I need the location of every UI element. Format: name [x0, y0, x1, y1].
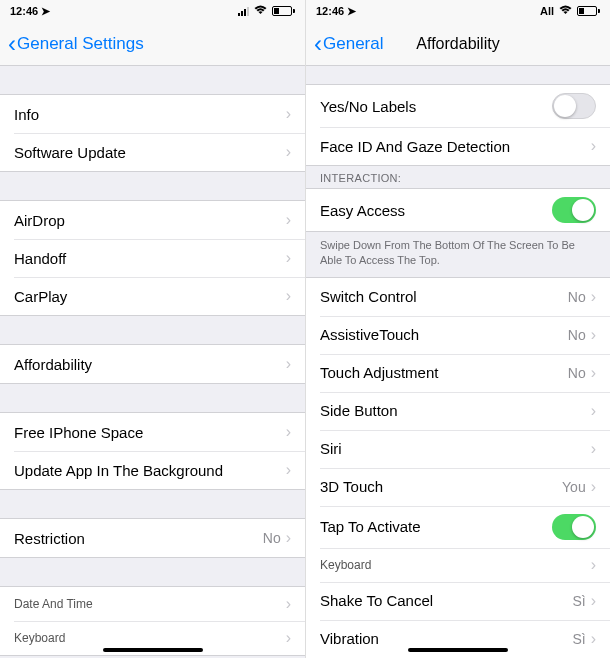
- chevron-right-icon: ›: [591, 630, 596, 648]
- chevron-right-icon: ›: [286, 287, 291, 305]
- easy-access-note: Swipe Down From The Bottom Of The Screen…: [306, 232, 610, 277]
- chevron-right-icon: ›: [591, 440, 596, 458]
- row-face-id[interactable]: Face ID And Gaze Detection ›: [306, 127, 610, 165]
- chevron-right-icon: ›: [286, 211, 291, 229]
- chevron-right-icon: ›: [286, 629, 291, 647]
- content-scroll[interactable]: Yes/No Labels Face ID And Gaze Detection…: [306, 66, 610, 658]
- row-value: No: [263, 530, 281, 546]
- row-value: You: [562, 479, 586, 495]
- toggle-tap-activate[interactable]: [552, 514, 596, 540]
- row-shake-to-cancel[interactable]: Shake To Cancel Sì›: [306, 582, 610, 620]
- row-airdrop[interactable]: AirDrop ›: [0, 201, 305, 239]
- nav-bar: ‹ General Settings: [0, 22, 305, 66]
- battery-icon: [272, 6, 295, 16]
- wifi-icon: [559, 5, 572, 17]
- location-icon: ➤: [347, 5, 356, 18]
- screen-affordability: 12:46 ➤ All ‹ General Affordability Yes/…: [305, 0, 610, 658]
- row-tap-to-activate[interactable]: Tap To Activate: [306, 506, 610, 548]
- chevron-left-icon: ‹: [8, 32, 16, 56]
- chevron-right-icon: ›: [591, 364, 596, 382]
- row-switch-control[interactable]: Switch Control No›: [306, 278, 610, 316]
- screen-general-settings: 12:46 ➤ ‹ General Settings Info › Softwa…: [0, 0, 305, 658]
- chevron-right-icon: ›: [591, 326, 596, 344]
- row-value: Sì: [572, 593, 585, 609]
- row-keyboard-accessibility[interactable]: Keyboard ›: [306, 548, 610, 582]
- row-date-time[interactable]: Date And Time ›: [0, 587, 305, 621]
- row-value: Sì: [572, 631, 585, 647]
- row-restriction[interactable]: Restriction No›: [0, 519, 305, 557]
- row-easy-access[interactable]: Easy Access: [306, 189, 610, 231]
- chevron-right-icon: ›: [591, 402, 596, 420]
- signal-icon: [238, 7, 249, 16]
- row-side-button[interactable]: Side Button ›: [306, 392, 610, 430]
- row-vibration[interactable]: Vibration Sì›: [306, 620, 610, 658]
- row-yes-no-labels[interactable]: Yes/No Labels: [306, 85, 610, 127]
- home-indicator: [103, 648, 203, 652]
- location-icon: ➤: [41, 5, 50, 18]
- status-bar: 12:46 ➤ All: [306, 0, 610, 22]
- nav-title: General Settings: [17, 34, 144, 54]
- row-free-space[interactable]: Free IPhone Space ›: [0, 413, 305, 451]
- row-siri[interactable]: Siri ›: [306, 430, 610, 468]
- chevron-right-icon: ›: [286, 595, 291, 613]
- back-button[interactable]: ‹ General Settings: [8, 32, 144, 56]
- toggle-easy-access[interactable]: [552, 197, 596, 223]
- chevron-right-icon: ›: [286, 529, 291, 547]
- back-button[interactable]: ‹ General: [314, 32, 383, 56]
- row-handoff[interactable]: Handoff ›: [0, 239, 305, 277]
- chevron-right-icon: ›: [591, 556, 596, 574]
- content-scroll[interactable]: Info › Software Update › AirDrop › Hando…: [0, 66, 305, 658]
- status-time: 12:46: [316, 5, 344, 17]
- toggle-yes-no[interactable]: [552, 93, 596, 119]
- nav-back-label: General: [323, 34, 383, 54]
- row-background-update[interactable]: Update App In The Background ›: [0, 451, 305, 489]
- chevron-right-icon: ›: [286, 143, 291, 161]
- row-touch-adjustment[interactable]: Touch Adjustment No›: [306, 354, 610, 392]
- chevron-right-icon: ›: [286, 461, 291, 479]
- row-3d-touch[interactable]: 3D Touch You›: [306, 468, 610, 506]
- battery-icon: [577, 6, 600, 16]
- row-info[interactable]: Info ›: [0, 95, 305, 133]
- chevron-right-icon: ›: [286, 249, 291, 267]
- row-value: No: [568, 289, 586, 305]
- status-bar: 12:46 ➤: [0, 0, 305, 22]
- chevron-right-icon: ›: [286, 423, 291, 441]
- nav-bar: ‹ General Affordability: [306, 22, 610, 66]
- chevron-right-icon: ›: [286, 355, 291, 373]
- chevron-right-icon: ›: [591, 592, 596, 610]
- chevron-right-icon: ›: [591, 288, 596, 306]
- chevron-left-icon: ‹: [314, 32, 322, 56]
- row-assistive-touch[interactable]: AssistiveTouch No›: [306, 316, 610, 354]
- section-header-interaction: INTERACTION:: [306, 166, 610, 188]
- chevron-right-icon: ›: [286, 105, 291, 123]
- wifi-icon: [254, 5, 267, 17]
- row-value: No: [568, 365, 586, 381]
- row-affordability[interactable]: Affordability ›: [0, 345, 305, 383]
- chevron-right-icon: ›: [591, 137, 596, 155]
- row-carplay[interactable]: CarPlay ›: [0, 277, 305, 315]
- row-software-update[interactable]: Software Update ›: [0, 133, 305, 171]
- chevron-right-icon: ›: [591, 478, 596, 496]
- status-time: 12:46: [10, 5, 38, 17]
- home-indicator: [408, 648, 508, 652]
- row-value: No: [568, 327, 586, 343]
- carrier-text: All: [540, 5, 554, 17]
